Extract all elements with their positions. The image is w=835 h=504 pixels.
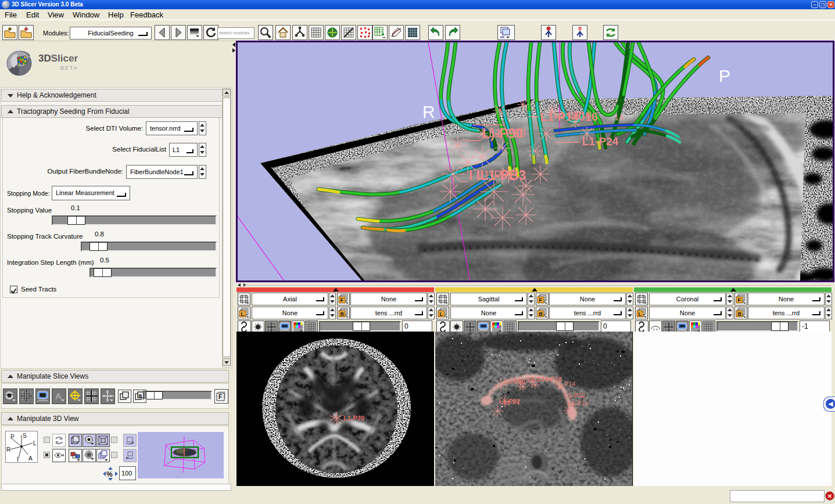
svg-text:L1-P24: L1-P24 xyxy=(582,135,619,147)
svg-text:L1-P1: L1-P1 xyxy=(503,399,520,406)
svg-text:L1-P22: L1-P22 xyxy=(564,392,585,399)
svg-text:P: P xyxy=(10,434,15,440)
svg-text:L: L xyxy=(241,311,245,317)
svg-text:L1-P19: L1-P19 xyxy=(568,400,589,407)
svg-text:L1-2P18: L1-2P18 xyxy=(554,110,592,121)
svg-text:L1-P14: L1-P14 xyxy=(555,380,575,387)
svg-text:L: L xyxy=(639,311,642,317)
svg-text:F: F xyxy=(738,297,741,303)
svg-text:BETA: BETA xyxy=(60,65,78,71)
svg-text:F: F xyxy=(539,297,543,303)
svg-text:L1-P52: L1-P52 xyxy=(477,168,515,181)
svg-text:B: B xyxy=(539,311,543,317)
svg-text:B: B xyxy=(139,393,142,398)
svg-text:F: F xyxy=(341,297,344,303)
svg-text:R: R xyxy=(422,102,435,121)
svg-text:I: I xyxy=(17,456,19,462)
svg-text:A: A xyxy=(55,391,62,401)
svg-text:R: R xyxy=(6,447,10,453)
svg-text:14: 14 xyxy=(614,112,624,122)
svg-text:L1-P20: L1-P20 xyxy=(343,415,364,422)
svg-text:P: P xyxy=(719,66,730,85)
svg-text:3DSlicer: 3DSlicer xyxy=(38,53,78,64)
svg-text:A: A xyxy=(28,455,33,462)
svg-text:L1-P80: L1-P80 xyxy=(489,127,526,139)
svg-text:%: % xyxy=(106,470,113,478)
svg-text:S: S xyxy=(23,433,27,439)
svg-text:B: B xyxy=(341,311,345,317)
svg-text:L: L xyxy=(440,311,443,317)
svg-text:F: F xyxy=(218,394,222,400)
svg-text:L1-P90: L1-P90 xyxy=(504,378,525,385)
svg-text:L: L xyxy=(33,440,37,447)
svg-text:B: B xyxy=(738,311,742,317)
